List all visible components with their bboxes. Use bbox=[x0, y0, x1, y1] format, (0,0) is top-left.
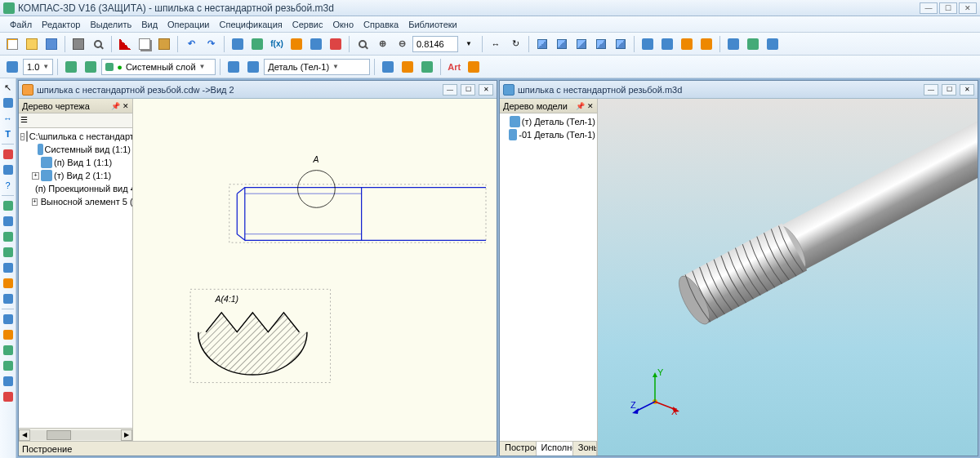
text-button[interactable]: Art bbox=[445, 58, 463, 76]
menu-view[interactable]: Вид bbox=[136, 18, 163, 31]
tree-expander[interactable]: - bbox=[20, 133, 24, 140]
scroll-thumb[interactable] bbox=[47, 430, 71, 440]
scroll-track[interactable] bbox=[30, 430, 121, 440]
vtool-i[interactable] bbox=[1, 327, 16, 342]
tree-expander[interactable]: + bbox=[32, 172, 39, 180]
menu-spec[interactable]: Спецификация bbox=[215, 18, 287, 31]
mdi-maximize-button[interactable]: ☐ bbox=[461, 84, 475, 96]
menu-edit[interactable]: Редактор bbox=[37, 18, 85, 31]
tree-pin-button[interactable]: 📌 ✕ bbox=[111, 102, 129, 110]
tree-body[interactable]: -С:\шпилька с нестандартноСистемный вид … bbox=[19, 128, 132, 428]
model-canvas[interactable]: Y X Z bbox=[598, 99, 978, 456]
tool-var-button[interactable] bbox=[744, 35, 762, 53]
tree-node[interactable]: Системный вид (1:1) bbox=[19, 143, 132, 156]
tab-exec[interactable]: Исполне... bbox=[537, 442, 573, 456]
vtool-f[interactable] bbox=[1, 276, 16, 291]
layer2-button[interactable] bbox=[82, 58, 100, 76]
vtool-edit[interactable] bbox=[1, 147, 16, 162]
vtool-line[interactable] bbox=[1, 96, 16, 110]
snap1-button[interactable] bbox=[639, 35, 657, 53]
tool-lib-button[interactable] bbox=[724, 35, 742, 53]
vtool-l[interactable] bbox=[1, 374, 16, 389]
scroll-left-button[interactable]: ◀ bbox=[19, 429, 30, 441]
preview-button[interactable] bbox=[89, 35, 107, 53]
scroll-right-button[interactable]: ▶ bbox=[121, 429, 132, 441]
vtool-e[interactable] bbox=[1, 260, 16, 275]
redo-button[interactable]: ↷ bbox=[202, 35, 220, 53]
undo-button[interactable]: ↶ bbox=[182, 35, 200, 53]
tree-node[interactable]: -01 Деталь (Тел-1) bbox=[500, 128, 597, 141]
new-button[interactable] bbox=[3, 35, 21, 53]
save-button[interactable] bbox=[42, 35, 60, 53]
mdi-close-button[interactable]: ✕ bbox=[960, 84, 974, 96]
tb-btn-d[interactable] bbox=[307, 35, 325, 53]
vtool-b[interactable] bbox=[1, 214, 16, 229]
part-combo[interactable]: Деталь (Тел-1) ▼ bbox=[264, 59, 370, 75]
snap4-button[interactable] bbox=[697, 35, 715, 53]
vtool-g[interactable] bbox=[1, 291, 16, 306]
menu-select[interactable]: Выделить bbox=[85, 18, 136, 31]
maximize-button[interactable]: ☐ bbox=[939, 2, 957, 14]
drawing-canvas[interactable]: А А(4:1) bbox=[133, 99, 497, 441]
part2-button[interactable] bbox=[244, 58, 262, 76]
vtool-a[interactable] bbox=[1, 198, 16, 213]
snap3-button[interactable] bbox=[678, 35, 696, 53]
mdi-close-button[interactable]: ✕ bbox=[479, 84, 493, 96]
tree-node[interactable]: -С:\шпилька с нестандартно bbox=[19, 130, 132, 143]
vtool-c[interactable] bbox=[1, 229, 16, 244]
rotate-button[interactable]: ↻ bbox=[506, 35, 524, 53]
mdi-title-bar[interactable]: шпилька с нестандартной резьбой.m3d — ☐ … bbox=[500, 81, 978, 99]
tree-body[interactable]: (т) Деталь (Тел-1)-01 Деталь (Тел-1) bbox=[500, 113, 597, 441]
grid-button[interactable] bbox=[3, 58, 21, 76]
paste-button[interactable] bbox=[155, 35, 173, 53]
vtool-dim[interactable]: ↔ bbox=[1, 111, 16, 126]
tree-pin-button[interactable]: 📌 ✕ bbox=[576, 102, 594, 110]
tb-btn-c[interactable] bbox=[287, 35, 305, 53]
style2-button[interactable] bbox=[399, 58, 416, 76]
pan-button[interactable]: ↔ bbox=[487, 35, 505, 53]
cut-button[interactable] bbox=[116, 35, 134, 53]
tb-btn-b[interactable] bbox=[248, 35, 266, 53]
zoom-value-input[interactable] bbox=[412, 36, 458, 52]
tab-zones[interactable]: Зоны bbox=[573, 442, 597, 456]
iso-button[interactable] bbox=[533, 35, 551, 53]
vtool-param[interactable] bbox=[1, 162, 16, 177]
vtool-d[interactable] bbox=[1, 245, 16, 260]
vtool-j[interactable] bbox=[1, 343, 16, 358]
tb-btn-e[interactable] bbox=[327, 35, 345, 53]
vtool-text[interactable]: T bbox=[1, 127, 16, 141]
zoom-dropdown[interactable]: ▼ bbox=[460, 35, 478, 53]
tree-node[interactable]: +(т) Вид 2 (1:1) bbox=[19, 169, 132, 182]
mdi-maximize-button[interactable]: ☐ bbox=[942, 84, 956, 96]
scale-combo[interactable]: 1.0 ▼ bbox=[23, 59, 53, 75]
zoom-out-button[interactable]: ⊖ bbox=[393, 35, 411, 53]
print-button[interactable] bbox=[69, 35, 87, 53]
persp-button[interactable] bbox=[592, 35, 610, 53]
zoom-in-button[interactable]: ⊕ bbox=[373, 35, 391, 53]
tree-node[interactable]: (т) Деталь (Тел-1) bbox=[500, 115, 597, 128]
vtool-k[interactable] bbox=[1, 358, 16, 373]
vtool-m[interactable] bbox=[1, 389, 16, 404]
menu-help[interactable]: Справка bbox=[359, 18, 403, 31]
open-button[interactable] bbox=[23, 35, 41, 53]
vtool-h[interactable] bbox=[1, 312, 16, 327]
tree-hscroll[interactable]: ◀ ▶ bbox=[19, 428, 132, 441]
shade2-button[interactable] bbox=[612, 35, 630, 53]
style3-button[interactable] bbox=[418, 58, 436, 76]
menu-service[interactable]: Сервис bbox=[287, 18, 328, 31]
minimize-button[interactable]: — bbox=[920, 2, 938, 14]
menu-operations[interactable]: Операции bbox=[163, 18, 214, 31]
tree-node[interactable]: (п) Проекционный вид 4 bbox=[19, 182, 132, 195]
vtool-cursor[interactable]: ↖ bbox=[1, 80, 16, 95]
close-button[interactable]: ✕ bbox=[959, 2, 977, 14]
dim-button[interactable] bbox=[465, 58, 483, 76]
layer-combo[interactable]: ● Системный слой ▼ bbox=[101, 59, 216, 75]
wire-button[interactable] bbox=[553, 35, 571, 53]
menu-window[interactable]: Окно bbox=[327, 18, 359, 31]
layer1-button[interactable] bbox=[62, 58, 80, 76]
tab-build[interactable]: Построе... bbox=[500, 442, 537, 456]
shade-button[interactable] bbox=[572, 35, 590, 53]
tree-node[interactable]: +Выносной элемент 5 (4: bbox=[19, 195, 132, 208]
tb-btn-a[interactable] bbox=[229, 35, 247, 53]
copy-button[interactable] bbox=[136, 35, 154, 53]
